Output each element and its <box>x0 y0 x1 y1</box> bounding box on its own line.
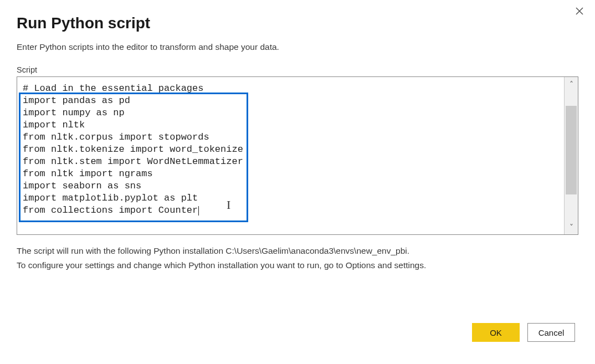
dialog-title: Run Python script <box>17 14 578 32</box>
script-editor-wrap: # Load in the essential packagesimport p… <box>17 76 578 235</box>
code-line: from nltk import ngrams <box>23 168 558 180</box>
ok-button[interactable]: OK <box>472 323 520 342</box>
scrollbar-vertical[interactable]: ˄ ˅ <box>564 77 578 234</box>
code-line: # Load in the essential packages <box>23 83 558 95</box>
cancel-button[interactable]: Cancel <box>527 323 575 342</box>
dialog-subtitle: Enter Python scripts into the editor to … <box>17 42 578 52</box>
code-line: import pandas as pd <box>23 95 558 107</box>
info-line-1: The script will run with the following P… <box>17 246 578 256</box>
code-line: import numpy as np <box>23 107 558 119</box>
scroll-thumb[interactable] <box>566 106 577 194</box>
code-line: from nltk.stem import WordNetLemmatizer <box>23 156 558 168</box>
code-line: import nltk <box>23 119 558 131</box>
code-line: from nltk.corpus import stopwords <box>23 131 558 143</box>
button-row: OK Cancel <box>472 323 575 342</box>
run-python-script-dialog: Run Python script Enter Python scripts i… <box>0 0 595 364</box>
scroll-down-arrow[interactable]: ˅ <box>565 220 578 234</box>
code-line: import seaborn as sns <box>23 180 558 192</box>
code-line: import matplotlib.pyplot as plt <box>23 192 558 204</box>
code-line: from nltk.tokenize import word_tokenize <box>23 143 558 156</box>
script-label: Script <box>17 65 578 74</box>
info-line-2: To configure your settings and change wh… <box>17 260 578 270</box>
script-editor[interactable]: # Load in the essential packagesimport p… <box>17 77 564 234</box>
info-block: The script will run with the following P… <box>17 246 578 270</box>
code-line: from collections import Counter <box>23 204 558 217</box>
scroll-track[interactable] <box>565 91 578 220</box>
scroll-up-arrow[interactable]: ˄ <box>565 77 578 91</box>
